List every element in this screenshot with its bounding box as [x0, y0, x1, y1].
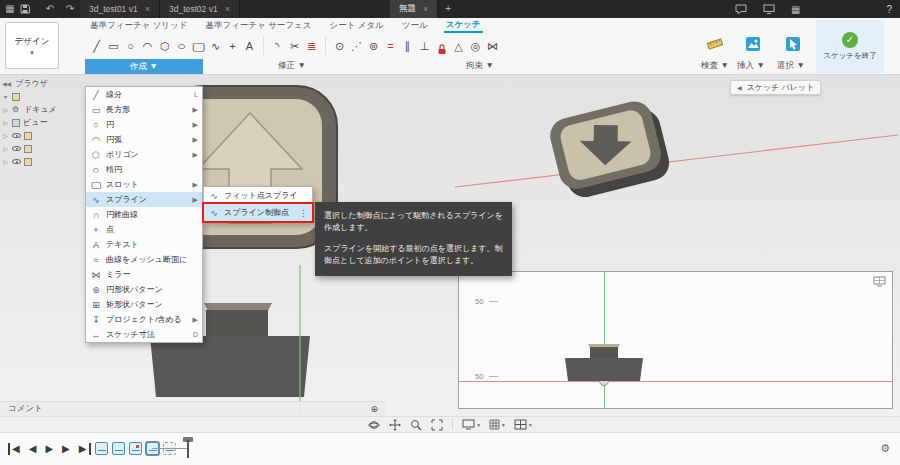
document-tab-1[interactable]: 3d_test01 v1 ×	[80, 0, 160, 18]
perpendicular-constraint-icon[interactable]: ⊥	[416, 35, 433, 57]
menu-item-circle[interactable]: ○円▶	[86, 117, 202, 132]
menu-item-conic-curve[interactable]: ∩円錐曲線	[86, 207, 202, 222]
circle-tool-icon[interactable]: ○	[122, 35, 139, 57]
step-forward-icon[interactable]: ▶	[62, 443, 70, 455]
offset-tool-icon[interactable]: ≣	[303, 35, 320, 57]
submenu-item-control-point-spline[interactable]: ∿ スプライン制御点 ⋮	[204, 204, 312, 221]
visibility-eye-icon[interactable]	[12, 133, 21, 138]
modify-dropdown[interactable]: 修正 ▼	[262, 60, 322, 72]
browser-row[interactable]: ▷	[2, 129, 94, 142]
timeline-position-marker[interactable]	[187, 440, 189, 458]
collinear-constraint-icon[interactable]: ⋰	[348, 35, 365, 57]
menu-item-mirror[interactable]: ⋈ミラー	[86, 267, 202, 282]
visibility-eye-icon[interactable]	[12, 159, 21, 164]
expand-caret-icon[interactable]: ▷	[2, 132, 9, 139]
collapse-panel-icon[interactable]: ◀◀	[2, 80, 11, 87]
menu-item-circular-pattern[interactable]: ⊛円形状パターン	[86, 282, 202, 297]
sketch-palette-toggle[interactable]: ◀ スケッチ パレット	[730, 80, 821, 95]
insert-image-icon[interactable]	[736, 36, 770, 52]
slot-tool-icon[interactable]: ▢	[187, 35, 210, 57]
timeline-sketch-icon[interactable]	[112, 442, 125, 455]
point-tool-icon[interactable]: +	[224, 35, 241, 57]
comment-bubble-icon[interactable]	[735, 4, 747, 15]
select-cursor-icon[interactable]	[776, 36, 810, 52]
line-tool-icon[interactable]: ╱	[88, 35, 105, 57]
redo-icon[interactable]: ↷	[60, 0, 80, 18]
menu-item-sketch-dimension[interactable]: ↔スケッチ寸法D	[86, 327, 202, 342]
app-menu-icon[interactable]: ▦	[0, 0, 20, 18]
browser-row-views[interactable]: ▷ ビュー	[2, 116, 94, 129]
constraints-dropdown[interactable]: 拘束 ▼	[440, 60, 520, 72]
secondary-viewport[interactable]: 50 50	[458, 271, 893, 409]
document-tab-2[interactable]: 3d_test02 v1 ×	[160, 0, 240, 18]
keycap-model-3d-view[interactable]	[545, 95, 685, 205]
menu-item-rectangular-pattern[interactable]: ⊞矩形状パターン	[86, 297, 202, 312]
tab-close-icon[interactable]: ×	[423, 4, 428, 14]
menu-item-project-include[interactable]: ↧プロジェクト/含める▶	[86, 312, 202, 327]
tab-close-icon[interactable]: ×	[145, 4, 150, 14]
submenu-item-fit-point-spline[interactable]: ∿ フィット点スプライン	[204, 187, 312, 204]
browser-root-row[interactable]: ▾	[2, 90, 94, 103]
visibility-eye-icon[interactable]	[12, 146, 21, 151]
kebab-menu-icon[interactable]: ⋮	[299, 208, 308, 218]
viewports-dropdown[interactable]: ▾	[514, 419, 532, 430]
menu-item-point[interactable]: +点	[86, 222, 202, 237]
parallel-constraint-icon[interactable]: ∥	[399, 35, 416, 57]
viewport-canvas[interactable]: 50 50 ◀ スケッチ パレット ◀◀	[0, 75, 900, 432]
menu-item-slot[interactable]: ▢スロット▶	[86, 177, 202, 192]
menu-item-fit-curves-to-mesh[interactable]: ≈曲線をメッシュ断面にフィット	[86, 252, 202, 267]
menu-item-ellipse[interactable]: ○楕円	[86, 162, 202, 177]
create-dropdown-header[interactable]: 作成 ▼	[85, 59, 203, 74]
tab-surface[interactable]: 基準フィーチャ サーフェス	[203, 18, 313, 33]
tab-solid[interactable]: 基準フィーチャ ソリッド	[88, 18, 189, 33]
expand-caret-icon[interactable]: ▷	[2, 158, 9, 165]
timeline-sketch-icon[interactable]	[95, 442, 108, 455]
tangent-constraint-icon[interactable]: ⊚	[365, 35, 382, 57]
grid-settings-dropdown[interactable]: ▾	[489, 419, 505, 430]
midpoint-constraint-icon[interactable]: △	[450, 35, 467, 57]
browser-row[interactable]: ▷	[2, 155, 94, 168]
tab-close-icon[interactable]: ×	[225, 4, 230, 14]
pan-icon[interactable]	[389, 419, 401, 431]
timeline-settings-gear-icon[interactable]: ⚙	[880, 442, 890, 455]
comment-bar[interactable]: コメント ⊕	[0, 401, 386, 416]
select-dropdown[interactable]: 選択 ▼	[768, 60, 814, 72]
play-icon[interactable]: ▶	[45, 443, 53, 455]
browser-row[interactable]: ▷	[2, 142, 94, 155]
tab-sheet-metal[interactable]: シート メタル	[327, 18, 385, 33]
fillet-tool-icon[interactable]: ◝	[269, 35, 286, 57]
menu-item-line[interactable]: ╱線分L	[86, 87, 202, 102]
fix-lock-icon[interactable]	[433, 38, 450, 55]
skip-to-end-icon[interactable]: ▶	[79, 443, 91, 455]
apps-grid-icon[interactable]: ▦	[791, 4, 800, 15]
save-icon[interactable]	[20, 4, 40, 14]
workspace-selector[interactable]: デザイン ▼	[5, 22, 59, 69]
concentric-constraint-icon[interactable]: ◎	[467, 35, 484, 57]
menu-item-rectangle[interactable]: ▭長方形▶	[86, 102, 202, 117]
arc-tool-icon[interactable]: ◠	[139, 35, 156, 57]
browser-row-document-settings[interactable]: ▷ ⚙ ドキュメ	[2, 103, 94, 116]
undo-icon[interactable]: ↶	[40, 0, 60, 18]
fit-view-icon[interactable]	[431, 419, 443, 431]
expand-caret-icon[interactable]: ▷	[2, 119, 9, 126]
finish-sketch-button[interactable]: ✓ スケッチを終了	[816, 20, 884, 73]
zoom-icon[interactable]	[410, 419, 422, 431]
keycap-model-viewport-front-view[interactable]	[562, 343, 646, 382]
tab-tools[interactable]: ツール	[400, 18, 430, 33]
tab-sketch[interactable]: スケッチ	[444, 18, 483, 33]
expand-caret-icon[interactable]: ▷	[2, 145, 9, 152]
menu-item-spline[interactable]: ∿スプライン▶	[86, 192, 202, 207]
menu-item-arc[interactable]: ◠円弧▶	[86, 132, 202, 147]
equal-constraint-icon[interactable]: =	[382, 35, 399, 57]
coincident-constraint-icon[interactable]: ⊙	[331, 35, 348, 57]
orbit-icon[interactable]	[368, 419, 380, 431]
comment-add-icon[interactable]: ⊕	[370, 404, 378, 414]
share-screen-icon[interactable]	[763, 4, 775, 14]
menu-item-text[interactable]: Aテキスト	[86, 237, 202, 252]
document-tab-untitled[interactable]: 無題 ×	[390, 0, 438, 18]
new-tab-button[interactable]: +	[438, 0, 458, 18]
step-back-icon[interactable]: ◀	[29, 443, 37, 455]
expand-caret-icon[interactable]: ▾	[2, 93, 9, 100]
trim-tool-icon[interactable]: ✂	[286, 35, 303, 57]
rectangle-tool-icon[interactable]: ▭	[105, 35, 122, 57]
